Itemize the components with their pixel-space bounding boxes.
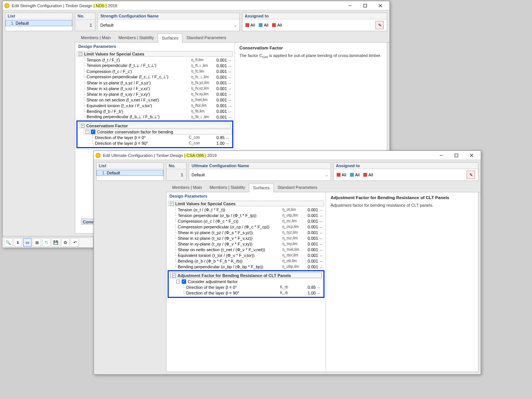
select-button[interactable]: ▭ — [23, 238, 32, 247]
minimize-button[interactable] — [342, 2, 358, 10]
tree-group-conservatism[interactable]: − Conservatism Factor — [79, 123, 231, 128]
tree-row[interactable]: Shear in yz-plane (f_s,yz / F_s,yz')η_fs… — [75, 80, 234, 86]
window-title: Edit Strength Configuration | Timber Des… — [12, 3, 342, 8]
tree-button[interactable]: ⊞ — [33, 238, 41, 247]
assigned-pill[interactable]: All — [272, 23, 282, 27]
tab-members-main[interactable]: Members | Main — [168, 183, 206, 192]
bottom-toolbar: 🔍 ℹ ▭ ⊞ ↻ 💾 ⧉ ↶ — [2, 237, 93, 248]
list-panel: List 1 Default — [96, 162, 164, 181]
tree-row[interactable]: Equivalent torsion (τ_tor / (Φ_v * F_v,t… — [166, 252, 326, 258]
edit-assignment-button[interactable]: ✎ — [375, 21, 384, 29]
tab-surfaces[interactable]: Surfaces — [158, 33, 182, 43]
tree-row[interactable]: Direction of the layer β = 0°K_rb0.85-- — [169, 284, 323, 290]
titlebar[interactable]: Edit Ultimate Configuration | Timber Des… — [94, 151, 481, 160]
edit-assignment-button[interactable]: ✎ — [467, 171, 475, 179]
assigned-pill[interactable]: All — [337, 173, 346, 177]
tree-row[interactable]: Bending (σ_b / (Φ_b * F_b * K_rb))η_σb,l… — [166, 258, 326, 264]
chevron-down-icon: ⌄ — [325, 173, 328, 177]
checkbox-checked-icon[interactable] — [91, 130, 95, 134]
parameter-tree[interactable]: − Limit Values for Special Cases Tension… — [166, 200, 326, 372]
minimize-button[interactable] — [434, 151, 449, 160]
refresh-button[interactable]: ↻ — [42, 238, 51, 247]
tree-row[interactable]: Shear on netto section (τ_net / (Φ_v * F… — [166, 247, 326, 252]
list-panel: List 1 Default — [5, 13, 73, 31]
tree-group-adjustment[interactable]: − Adjustment Factor for Bending Resistan… — [170, 272, 322, 278]
tree-row[interactable]: Compression (σ_c / (Φ_c * F_c))η_σc,lim0… — [166, 218, 326, 224]
checkbox-checked-icon[interactable] — [182, 279, 186, 284]
tab-standard-parameters[interactable]: Standard Parameters — [274, 183, 321, 192]
tree-group-limit-values[interactable]: − Limit Values for Special Cases — [77, 51, 233, 57]
tree-row[interactable]: Shear in xz-plane (f_v,xz / F_v,xz')η_fv… — [75, 86, 234, 91]
list-item[interactable]: 1 Default — [97, 170, 163, 176]
assigned-pill[interactable]: All — [350, 173, 359, 177]
info-button[interactable]: ℹ — [14, 238, 22, 247]
assigned-pill[interactable]: All — [245, 23, 255, 27]
tree-row[interactable]: Compression (f_c / F_c')η_fc,lim0.001-- — [75, 68, 234, 74]
tree-row[interactable]: Bending perpendicular (σ_bp / (Φ_bp * F_… — [166, 264, 326, 269]
assigned-header: Assigned to — [242, 13, 387, 19]
save-button[interactable]: 💾 — [52, 238, 60, 247]
tree-row[interactable]: Shear in xy-plane (f_v,xy / F_v,xy')η_fv… — [75, 91, 234, 97]
assigned-pill[interactable]: All — [363, 173, 373, 177]
set-icon — [272, 23, 276, 27]
tree-row[interactable]: Shear on net section (f_v,net / F_v,net'… — [75, 97, 234, 103]
tree-row[interactable]: Tension (f_t / F_t')η_ft,lim0.001-- — [75, 57, 234, 63]
tree-row[interactable]: Direction of the layer β = 90°C_con1.00-… — [78, 140, 232, 146]
assigned-pill[interactable]: All — [259, 23, 268, 27]
tree-row[interactable]: Shear in xz-plane (τ_xz / (Φ_v * F_v,xz)… — [166, 235, 326, 241]
tab-standard-parameters[interactable]: Standard Parameters — [182, 33, 230, 42]
highlighted-section: − Conservatism Factor − Consider conserv… — [76, 120, 233, 148]
tab-surfaces[interactable]: Surfaces — [249, 183, 274, 192]
tree-row[interactable]: Tension perpendicular (f_t,⊥ / F_t,⊥')η_… — [75, 63, 234, 68]
tree-row-checkbox[interactable]: − Consider adjustment factor — [175, 279, 323, 284]
chevron-down-icon: ⌄ — [234, 23, 237, 28]
tree-row-checkbox[interactable]: − Consider conservatism factor for bendi… — [84, 129, 232, 135]
config-name-select[interactable]: Default ⌄ — [189, 169, 331, 180]
tab-members-stability[interactable]: Members | Stability — [206, 183, 249, 192]
tree-row[interactable]: Bending (f_b / F_b')η_fb,lim0.001-- — [75, 108, 234, 114]
config-name-select[interactable]: Default ⌄ — [98, 19, 239, 31]
surface-icon — [259, 23, 263, 27]
tree-row[interactable]: Bending perpendicular (f_b,⊥ / F_b,⊥')η_… — [75, 114, 234, 120]
tree-row[interactable]: Compression perpendicular (f_c,⊥ / F_c,⊥… — [75, 74, 234, 80]
tree-row[interactable]: Compression perpendicular (σ_cp / (Φ_c *… — [166, 224, 326, 230]
config-name-header: Strength Configuration Name — [98, 13, 239, 19]
tree-group-limit-values[interactable]: − Limit Values for Special Cases — [168, 201, 324, 206]
design-parameters-header: Design Parameters — [75, 43, 234, 50]
collapse-icon[interactable]: − — [86, 130, 89, 134]
maximize-button[interactable] — [358, 2, 373, 10]
collapse-icon[interactable]: − — [170, 202, 174, 206]
tree-row[interactable]: Shear in yz-plane (τ_yz / (Φ_s * F_s,yz)… — [166, 230, 326, 235]
number-panel: No. 1 — [166, 162, 187, 181]
member-icon — [337, 173, 340, 177]
number-value: 1 — [166, 169, 186, 180]
member-icon — [245, 23, 249, 27]
close-button[interactable] — [464, 151, 479, 160]
copy-all-button[interactable]: ⧉ — [61, 238, 70, 247]
assigned-header: Assigned to — [334, 163, 478, 169]
tab-members-main[interactable]: Members | Main — [77, 33, 115, 42]
tab-members-stability[interactable]: Members | Stability — [115, 33, 158, 42]
window-title: Edit Ultimate Configuration | Timber Des… — [103, 153, 434, 158]
tree-row[interactable]: Direction of the layer β = 90°K_rb1.00-- — [169, 290, 323, 296]
collapse-icon[interactable]: − — [79, 52, 82, 56]
tree-row[interactable]: Direction of the layer β = 0°C_con0.85-- — [78, 135, 232, 140]
collapse-icon[interactable]: − — [176, 280, 180, 283]
tree-row[interactable]: Tension perpendicular (σ_tp / (Φ_t * F_t… — [166, 212, 326, 218]
description-text: The factor Ccon is applied for out-of-pl… — [239, 53, 382, 59]
list-item[interactable]: 1 Default — [5, 20, 72, 26]
collapse-icon[interactable]: − — [81, 124, 85, 128]
collapse-icon[interactable]: − — [172, 274, 176, 277]
tree-row[interactable]: Shear in xy-plane (τ_xy / (Φ_v * F_v,xy)… — [166, 241, 326, 247]
svg-rect-1 — [364, 4, 367, 7]
tab-bar: Members | Main Members | Stability Surfa… — [166, 183, 481, 192]
tree-row[interactable]: Tension (σ_t / (Φ_t * F_t))η_σt,lim0.001… — [166, 207, 326, 212]
tree-row[interactable]: Equivalent torsion (f_v,tor / F_v,tor')η… — [75, 103, 234, 108]
undo-button[interactable]: ↶ — [71, 238, 79, 247]
close-button[interactable] — [373, 2, 388, 10]
search-button[interactable]: 🔍 — [4, 238, 13, 247]
titlebar[interactable]: Edit Strength Configuration | Timber Des… — [3, 1, 390, 10]
list-header: List — [5, 13, 72, 19]
maximize-button[interactable] — [449, 151, 464, 160]
svg-rect-5 — [455, 154, 458, 157]
